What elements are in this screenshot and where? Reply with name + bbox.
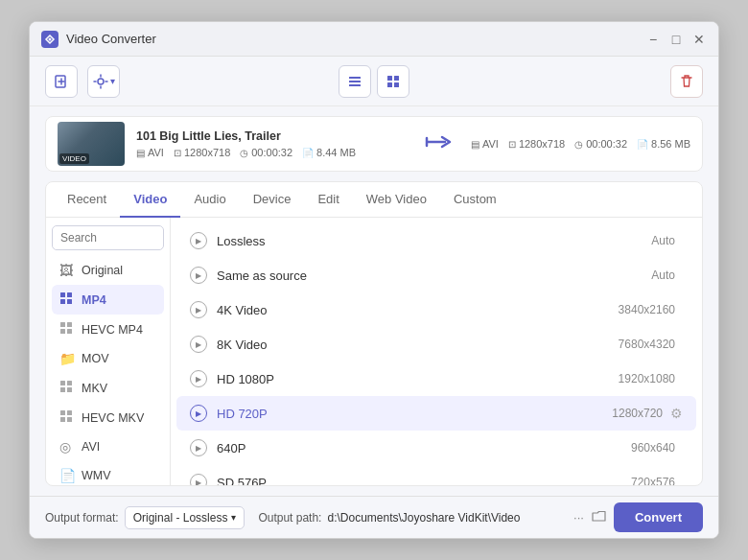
sidebar-label-mov: MOV <box>82 352 108 365</box>
svg-rect-19 <box>67 329 72 334</box>
sidebar-item-avi[interactable]: ◎ AVI <box>52 432 164 461</box>
title-bar: Video Converter − □ ✕ <box>30 22 718 57</box>
format-label-same-as-source: Same as source <box>217 268 651 283</box>
window-controls: − □ ✕ <box>645 32 707 47</box>
close-button[interactable]: ✕ <box>691 32 707 47</box>
file-name: 101 Big Little Lies, Trailer <box>136 129 409 143</box>
avi-icon: ◎ <box>59 439 75 455</box>
tools-button[interactable]: ▾ <box>87 65 120 98</box>
main-window: Video Converter − □ ✕ ▾ <box>29 21 719 539</box>
format-label-hd1080p: HD 1080P <box>217 372 619 386</box>
format-item-640p[interactable]: ▶ 640P 960x640 <box>176 431 696 465</box>
minimize-button[interactable]: − <box>645 32 661 47</box>
format-item-sd576p[interactable]: ▶ SD 576P 720x576 <box>176 465 696 485</box>
sidebar-item-hevc-mkv[interactable]: HEVC MKV <box>52 403 164 432</box>
original-icon: 🖼 <box>59 263 75 278</box>
tab-web-video[interactable]: Web Video <box>353 182 440 218</box>
format-value-hd720p: 1280x720 <box>612 407 663 420</box>
output-path-dots-button[interactable]: ··· <box>572 508 586 526</box>
search-input[interactable] <box>52 225 164 250</box>
toolbar-left: ▾ <box>45 65 339 98</box>
file-resolution: ⊡ 1280x718 <box>174 147 230 158</box>
tab-recent[interactable]: Recent <box>54 182 120 218</box>
svg-rect-7 <box>394 76 399 81</box>
sidebar-item-mkv[interactable]: MKV <box>52 373 164 403</box>
toolbar: ▾ <box>30 57 718 106</box>
convert-arrow-icon <box>425 133 456 155</box>
format-label-sd576p: SD 576P <box>217 476 631 486</box>
tab-device[interactable]: Device <box>240 182 305 218</box>
svg-rect-20 <box>60 381 65 385</box>
sidebar-item-mp4[interactable]: MP4 <box>52 285 164 315</box>
window-title: Video Converter <box>66 32 645 46</box>
sidebar-item-mov[interactable]: 📁 MOV <box>52 344 164 373</box>
format-value-4k: 3840x2160 <box>619 303 675 316</box>
play-icon-lossless: ▶ <box>190 232 207 249</box>
list-view-button[interactable] <box>339 65 371 98</box>
sidebar-label-mkv: MKV <box>82 382 107 395</box>
tab-edit[interactable]: Edit <box>304 182 352 218</box>
svg-rect-18 <box>60 329 65 334</box>
play-icon-4k: ▶ <box>190 301 207 318</box>
svg-rect-23 <box>67 387 72 392</box>
output-format-select[interactable]: Original - Lossless ▾ <box>125 506 245 529</box>
wmv-icon: 📄 <box>59 468 75 483</box>
output-duration-icon: ◷ <box>574 139 583 150</box>
output-path-value: d:\Documents\Joyoshare VidKit\Video <box>327 511 566 525</box>
output-path-actions: ··· <box>572 508 608 527</box>
hevc-mp4-icon <box>59 321 75 338</box>
sidebar-item-hevc-mp4[interactable]: HEVC MP4 <box>52 315 164 344</box>
format-body: 🖼 Original MP4 HEVC MP4 📁 <box>46 218 702 485</box>
format-value-640p: 960x640 <box>631 441 675 455</box>
format-item-same-as-source[interactable]: ▶ Same as source Auto <box>176 258 696 292</box>
file-output-meta: ▤ AVI ⊡ 1280x718 ◷ 00:00:32 📄 8.56 MB <box>471 138 690 150</box>
svg-rect-22 <box>60 387 65 392</box>
format-list: ▶ Lossless Auto ▶ Same as source Auto ▶ … <box>171 218 702 485</box>
toolbar-right <box>409 65 703 98</box>
tab-video[interactable]: Video <box>120 182 180 218</box>
tab-custom[interactable]: Custom <box>440 182 510 218</box>
tab-audio[interactable]: Audio <box>180 182 239 218</box>
maximize-button[interactable]: □ <box>668 32 684 47</box>
sidebar-label-wmv: WMV <box>82 469 111 482</box>
format-item-8k[interactable]: ▶ 8K Video 7680x4320 <box>176 327 696 362</box>
sidebar-label-hevc-mp4: HEVC MP4 <box>82 323 143 337</box>
file-row: VIDEO 101 Big Little Lies, Trailer ▤ AVI… <box>45 116 703 172</box>
sidebar-label-avi: AVI <box>82 440 100 454</box>
sidebar-item-original[interactable]: 🖼 Original <box>52 256 164 285</box>
play-icon-hd720p: ▶ <box>190 405 207 422</box>
format-value-8k: 7680x4320 <box>619 338 675 351</box>
output-format-value: Original - Lossless <box>133 511 228 525</box>
svg-rect-12 <box>60 292 65 297</box>
svg-rect-3 <box>349 77 361 79</box>
svg-point-2 <box>98 79 104 84</box>
format-tabs: Recent Video Audio Device Edit Web Video… <box>46 182 702 218</box>
format-item-4k[interactable]: ▶ 4K Video 3840x2160 <box>176 292 696 327</box>
menu-view-button[interactable] <box>377 65 409 98</box>
play-icon-640p: ▶ <box>190 439 207 456</box>
format-sidebar: 🖼 Original MP4 HEVC MP4 📁 <box>46 218 171 485</box>
format-label-8k: 8K Video <box>217 338 619 352</box>
hevc-mkv-icon <box>59 409 75 426</box>
duration-icon: ◷ <box>240 148 248 158</box>
svg-rect-13 <box>67 292 72 297</box>
play-icon-hd1080p: ▶ <box>190 370 207 387</box>
add-file-button[interactable] <box>45 65 78 98</box>
format-label-lossless: Lossless <box>217 234 651 248</box>
file-duration: ◷ 00:00:32 <box>240 147 292 158</box>
gear-icon-hd720p[interactable]: ⚙ <box>670 406 683 421</box>
format-item-lossless[interactable]: ▶ Lossless Auto <box>176 223 696 258</box>
output-path-folder-button[interactable] <box>590 508 608 527</box>
app-logo <box>41 31 58 48</box>
sidebar-item-wmv[interactable]: 📄 WMV <box>52 461 164 485</box>
bottom-bar: Output format: Original - Lossless ▾ Out… <box>30 496 718 538</box>
format-item-hd1080p[interactable]: ▶ HD 1080P 1920x1080 <box>176 362 696 396</box>
convert-button[interactable]: Convert <box>614 502 703 532</box>
delete-button[interactable] <box>670 65 703 98</box>
play-icon-same-as-source: ▶ <box>190 267 207 284</box>
output-format-icon: ▤ <box>471 139 479 150</box>
chevron-down-icon: ▾ <box>231 512 236 523</box>
format-value-same-as-source: Auto <box>651 268 675 282</box>
output-resolution: ⊡ 1280x718 <box>508 138 565 150</box>
format-item-hd720p[interactable]: ▶ HD 720P 1280x720 ⚙ <box>176 396 696 431</box>
